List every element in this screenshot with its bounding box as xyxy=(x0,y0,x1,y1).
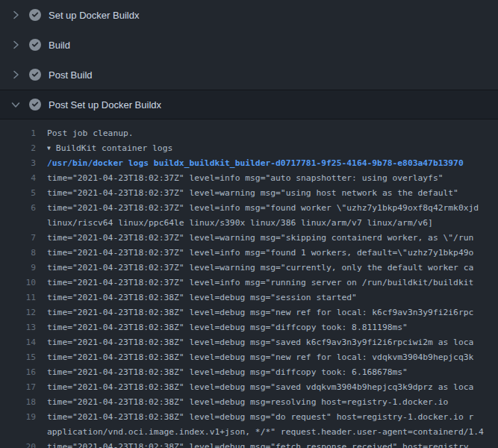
log-line-number[interactable]: 9 xyxy=(0,261,36,276)
log-line-text: time="2021-04-23T18:02:38Z" level=debug … xyxy=(47,440,498,448)
check-circle-icon xyxy=(29,69,41,81)
log-line-text: time="2021-04-23T18:02:37Z" level=info m… xyxy=(47,201,498,216)
log-line-number[interactable]: 16 xyxy=(0,365,36,380)
group-toggle-icon[interactable]: ▼ xyxy=(47,141,51,156)
log-line: 17 time="2021-04-23T18:02:38Z" level=deb… xyxy=(0,380,498,395)
log-line-text: time="2021-04-23T18:02:37Z" level=info m… xyxy=(47,276,498,290)
log-line-number[interactable]: 1 xyxy=(0,126,36,141)
log-line: 8 time="2021-04-23T18:02:37Z" level=info… xyxy=(0,246,498,261)
log-line-text: time="2021-04-23T18:02:38Z" level=debug … xyxy=(47,335,498,350)
log-line-text: /usr/bin/docker logs buildx_buildkit_bui… xyxy=(47,156,498,171)
log-line-number[interactable]: 14 xyxy=(0,335,36,350)
step-row[interactable]: Post Build xyxy=(0,60,498,90)
step-row[interactable]: Post Set up Docker Buildx xyxy=(0,90,498,119)
log-line-number[interactable]: 8 xyxy=(0,246,36,261)
log-line: 7 time="2021-04-23T18:02:37Z" level=warn… xyxy=(0,231,498,246)
log-line: 6 time="2021-04-23T18:02:37Z" level=info… xyxy=(0,201,498,216)
log-line: 19 time="2021-04-23T18:02:38Z" level=deb… xyxy=(0,410,498,425)
log-line-text: time="2021-04-23T18:02:37Z" level=info m… xyxy=(47,171,498,186)
chevron-icon[interactable] xyxy=(10,99,22,111)
chevron-icon[interactable] xyxy=(10,69,22,81)
log-line-number[interactable]: 12 xyxy=(0,305,36,320)
log-line: 16 time="2021-04-23T18:02:38Z" level=deb… xyxy=(0,365,498,380)
log-line: 4 time="2021-04-23T18:02:37Z" level=info… xyxy=(0,171,498,186)
log-line: 2 ▼BuildKit container logs xyxy=(0,141,498,156)
log-line: 1 Post job cleanup. xyxy=(0,126,498,141)
log-line: 9 time="2021-04-23T18:02:37Z" level=warn… xyxy=(0,261,498,276)
check-circle-icon xyxy=(29,9,41,21)
log-line: 20 time="2021-04-23T18:02:38Z" level=deb… xyxy=(0,440,498,448)
log-line-number[interactable]: 3 xyxy=(0,156,36,171)
log-line-text: time="2021-04-23T18:02:38Z" level=debug … xyxy=(47,350,498,365)
log-line: 13 time="2021-04-23T18:02:38Z" level=deb… xyxy=(0,320,498,335)
log-line-number[interactable]: 10 xyxy=(0,276,36,290)
log-line: 5 time="2021-04-23T18:02:37Z" level=warn… xyxy=(0,186,498,201)
step-label: Post Build xyxy=(49,69,93,81)
check-circle-icon xyxy=(29,39,41,51)
log-line: application/vnd.oci.image.index.v1+json,… xyxy=(0,425,498,440)
log-line-text: time="2021-04-23T18:02:38Z" level=debug … xyxy=(47,290,498,305)
log-line-number[interactable]: 19 xyxy=(0,410,36,425)
log-line-text: time="2021-04-23T18:02:37Z" level=warnin… xyxy=(47,231,498,246)
step-label: Set up Docker Buildx xyxy=(49,10,139,21)
chevron-icon[interactable] xyxy=(10,9,22,21)
log-line-number[interactable]: 7 xyxy=(0,231,36,246)
log-line-number[interactable]: 11 xyxy=(0,290,36,305)
log-line-number[interactable]: 4 xyxy=(0,171,36,186)
log-line: linux/riscv64 linux/ppc64le linux/s390x … xyxy=(0,216,498,231)
step-row[interactable]: Set up Docker Buildx xyxy=(0,0,498,30)
log-line-text: time="2021-04-23T18:02:37Z" level=info m… xyxy=(47,246,498,261)
log-line: 14 time="2021-04-23T18:02:38Z" level=deb… xyxy=(0,335,498,350)
log-line: 10 time="2021-04-23T18:02:37Z" level=inf… xyxy=(0,276,498,290)
log-line-number[interactable]: 6 xyxy=(0,201,36,216)
log-line-text: Post job cleanup. xyxy=(47,126,498,141)
chevron-icon[interactable] xyxy=(10,39,22,51)
workflow-steps-list: Set up Docker Buildx Build P xyxy=(0,0,498,119)
step-label: Post Set up Docker Buildx xyxy=(49,99,161,111)
log-line: 15 time="2021-04-23T18:02:38Z" level=deb… xyxy=(0,350,498,365)
check-circle-icon xyxy=(29,99,41,111)
log-line-text: linux/riscv64 linux/ppc64le linux/s390x … xyxy=(47,216,498,231)
log-line-text: time="2021-04-23T18:02:37Z" level=warnin… xyxy=(47,186,498,201)
log-line-text: time="2021-04-23T18:02:38Z" level=debug … xyxy=(47,320,498,335)
log-line-number[interactable] xyxy=(0,216,36,231)
log-line-text: time="2021-04-23T18:02:38Z" level=debug … xyxy=(47,365,498,380)
log-line-text: time="2021-04-23T18:02:37Z" level=warnin… xyxy=(47,261,498,276)
log-line: 3 /usr/bin/docker logs buildx_buildkit_b… xyxy=(0,156,498,171)
log-line-text: time="2021-04-23T18:02:38Z" level=debug … xyxy=(47,305,498,320)
log-line-number[interactable] xyxy=(0,425,36,440)
log-line-number[interactable]: 13 xyxy=(0,320,36,335)
log-line-text: application/vnd.oci.image.index.v1+json,… xyxy=(47,425,498,440)
log-line-number[interactable]: 18 xyxy=(0,395,36,410)
log-line-text: time="2021-04-23T18:02:38Z" level=debug … xyxy=(47,395,498,410)
log-line-text: time="2021-04-23T18:02:38Z" level=debug … xyxy=(47,410,498,425)
log-viewer: 1 Post job cleanup. 2 ▼BuildKit containe… xyxy=(0,119,498,448)
log-line: 11 time="2021-04-23T18:02:38Z" level=deb… xyxy=(0,290,498,305)
log-line-number[interactable]: 5 xyxy=(0,186,36,201)
log-line-number[interactable]: 15 xyxy=(0,350,36,365)
log-line: 12 time="2021-04-23T18:02:38Z" level=deb… xyxy=(0,305,498,320)
log-line-text: ▼BuildKit container logs xyxy=(47,141,498,156)
log-line: 18 time="2021-04-23T18:02:38Z" level=deb… xyxy=(0,395,498,410)
log-line-number[interactable]: 20 xyxy=(0,440,36,448)
log-line-text: time="2021-04-23T18:02:38Z" level=debug … xyxy=(47,380,498,395)
step-row[interactable]: Build xyxy=(0,30,498,60)
log-line-number[interactable]: 2 xyxy=(0,141,36,156)
step-label: Build xyxy=(49,40,70,51)
actions-log-viewer: Set up Docker Buildx Build P xyxy=(0,0,498,448)
log-line-number[interactable]: 17 xyxy=(0,380,36,395)
